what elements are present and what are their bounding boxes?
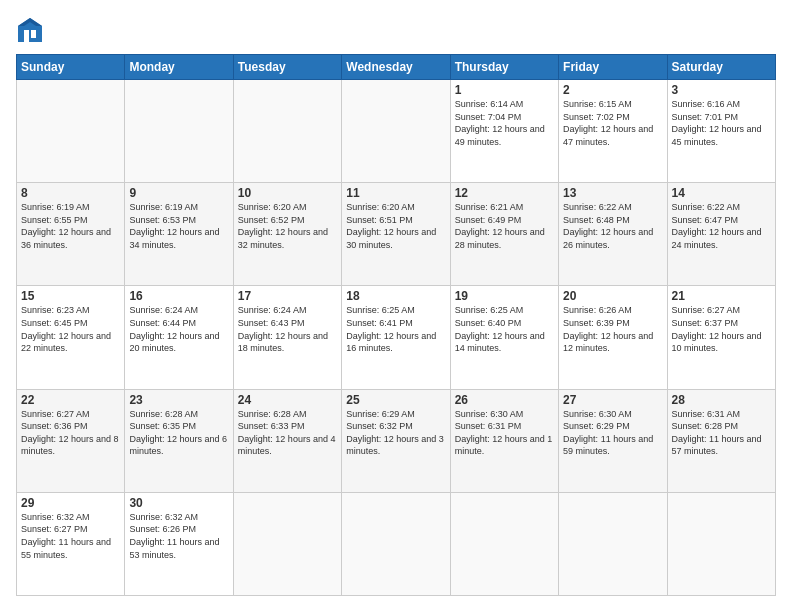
day-info: Sunrise: 6:20 AMSunset: 6:51 PMDaylight:…: [346, 201, 445, 251]
day-number: 22: [21, 393, 120, 407]
calendar-cell: [667, 492, 775, 595]
day-info: Sunrise: 6:19 AMSunset: 6:55 PMDaylight:…: [21, 201, 120, 251]
calendar-cell: 9Sunrise: 6:19 AMSunset: 6:53 PMDaylight…: [125, 183, 233, 286]
calendar-cell: 17Sunrise: 6:24 AMSunset: 6:43 PMDayligh…: [233, 286, 341, 389]
calendar-cell: 2Sunrise: 6:15 AMSunset: 7:02 PMDaylight…: [559, 80, 667, 183]
calendar-cell: 21Sunrise: 6:27 AMSunset: 6:37 PMDayligh…: [667, 286, 775, 389]
calendar-day-header: Monday: [125, 55, 233, 80]
day-number: 27: [563, 393, 662, 407]
calendar-cell: 28Sunrise: 6:31 AMSunset: 6:28 PMDayligh…: [667, 389, 775, 492]
day-info: Sunrise: 6:31 AMSunset: 6:28 PMDaylight:…: [672, 408, 771, 458]
calendar-cell: [17, 80, 125, 183]
day-info: Sunrise: 6:26 AMSunset: 6:39 PMDaylight:…: [563, 304, 662, 354]
day-number: 21: [672, 289, 771, 303]
day-info: Sunrise: 6:30 AMSunset: 6:31 PMDaylight:…: [455, 408, 554, 458]
day-number: 29: [21, 496, 120, 510]
day-number: 30: [129, 496, 228, 510]
day-number: 23: [129, 393, 228, 407]
day-number: 20: [563, 289, 662, 303]
calendar-cell: 3Sunrise: 6:16 AMSunset: 7:01 PMDaylight…: [667, 80, 775, 183]
calendar-cell: 27Sunrise: 6:30 AMSunset: 6:29 PMDayligh…: [559, 389, 667, 492]
day-info: Sunrise: 6:28 AMSunset: 6:35 PMDaylight:…: [129, 408, 228, 458]
page: SundayMondayTuesdayWednesdayThursdayFrid…: [0, 0, 792, 612]
logo-icon: [16, 16, 44, 44]
svg-rect-2: [24, 30, 29, 42]
day-info: Sunrise: 6:28 AMSunset: 6:33 PMDaylight:…: [238, 408, 337, 458]
day-number: 10: [238, 186, 337, 200]
calendar-week-row: 8Sunrise: 6:19 AMSunset: 6:55 PMDaylight…: [17, 183, 776, 286]
day-number: 1: [455, 83, 554, 97]
day-number: 15: [21, 289, 120, 303]
calendar-cell: [342, 80, 450, 183]
day-number: 14: [672, 186, 771, 200]
calendar-cell: [342, 492, 450, 595]
day-info: Sunrise: 6:27 AMSunset: 6:36 PMDaylight:…: [21, 408, 120, 458]
calendar-cell: 8Sunrise: 6:19 AMSunset: 6:55 PMDaylight…: [17, 183, 125, 286]
calendar-cell: [125, 80, 233, 183]
calendar-day-header: Saturday: [667, 55, 775, 80]
calendar-cell: 19Sunrise: 6:25 AMSunset: 6:40 PMDayligh…: [450, 286, 558, 389]
day-info: Sunrise: 6:15 AMSunset: 7:02 PMDaylight:…: [563, 98, 662, 148]
day-number: 8: [21, 186, 120, 200]
day-info: Sunrise: 6:25 AMSunset: 6:40 PMDaylight:…: [455, 304, 554, 354]
calendar-day-header: Sunday: [17, 55, 125, 80]
calendar-week-row: 22Sunrise: 6:27 AMSunset: 6:36 PMDayligh…: [17, 389, 776, 492]
calendar-cell: 24Sunrise: 6:28 AMSunset: 6:33 PMDayligh…: [233, 389, 341, 492]
day-number: 17: [238, 289, 337, 303]
header: [16, 16, 776, 44]
calendar-week-row: 29Sunrise: 6:32 AMSunset: 6:27 PMDayligh…: [17, 492, 776, 595]
calendar-cell: 18Sunrise: 6:25 AMSunset: 6:41 PMDayligh…: [342, 286, 450, 389]
calendar-cell: 25Sunrise: 6:29 AMSunset: 6:32 PMDayligh…: [342, 389, 450, 492]
calendar-cell: 20Sunrise: 6:26 AMSunset: 6:39 PMDayligh…: [559, 286, 667, 389]
day-number: 25: [346, 393, 445, 407]
day-info: Sunrise: 6:22 AMSunset: 6:47 PMDaylight:…: [672, 201, 771, 251]
day-info: Sunrise: 6:25 AMSunset: 6:41 PMDaylight:…: [346, 304, 445, 354]
day-info: Sunrise: 6:30 AMSunset: 6:29 PMDaylight:…: [563, 408, 662, 458]
day-info: Sunrise: 6:32 AMSunset: 6:27 PMDaylight:…: [21, 511, 120, 561]
day-info: Sunrise: 6:14 AMSunset: 7:04 PMDaylight:…: [455, 98, 554, 148]
day-info: Sunrise: 6:24 AMSunset: 6:43 PMDaylight:…: [238, 304, 337, 354]
day-info: Sunrise: 6:24 AMSunset: 6:44 PMDaylight:…: [129, 304, 228, 354]
day-number: 28: [672, 393, 771, 407]
calendar-table: SundayMondayTuesdayWednesdayThursdayFrid…: [16, 54, 776, 596]
calendar-cell: 29Sunrise: 6:32 AMSunset: 6:27 PMDayligh…: [17, 492, 125, 595]
calendar-cell: 30Sunrise: 6:32 AMSunset: 6:26 PMDayligh…: [125, 492, 233, 595]
day-info: Sunrise: 6:27 AMSunset: 6:37 PMDaylight:…: [672, 304, 771, 354]
calendar-cell: 12Sunrise: 6:21 AMSunset: 6:49 PMDayligh…: [450, 183, 558, 286]
day-number: 12: [455, 186, 554, 200]
day-info: Sunrise: 6:22 AMSunset: 6:48 PMDaylight:…: [563, 201, 662, 251]
logo: [16, 16, 48, 44]
calendar-day-header: Wednesday: [342, 55, 450, 80]
day-number: 19: [455, 289, 554, 303]
calendar-week-row: 1Sunrise: 6:14 AMSunset: 7:04 PMDaylight…: [17, 80, 776, 183]
calendar-cell: [559, 492, 667, 595]
day-info: Sunrise: 6:32 AMSunset: 6:26 PMDaylight:…: [129, 511, 228, 561]
calendar-cell: 10Sunrise: 6:20 AMSunset: 6:52 PMDayligh…: [233, 183, 341, 286]
calendar-cell: 1Sunrise: 6:14 AMSunset: 7:04 PMDaylight…: [450, 80, 558, 183]
calendar-cell: 16Sunrise: 6:24 AMSunset: 6:44 PMDayligh…: [125, 286, 233, 389]
calendar-cell: 23Sunrise: 6:28 AMSunset: 6:35 PMDayligh…: [125, 389, 233, 492]
calendar-day-header: Tuesday: [233, 55, 341, 80]
day-info: Sunrise: 6:29 AMSunset: 6:32 PMDaylight:…: [346, 408, 445, 458]
calendar-cell: [450, 492, 558, 595]
day-info: Sunrise: 6:16 AMSunset: 7:01 PMDaylight:…: [672, 98, 771, 148]
calendar-cell: 14Sunrise: 6:22 AMSunset: 6:47 PMDayligh…: [667, 183, 775, 286]
svg-rect-3: [31, 30, 36, 38]
day-number: 18: [346, 289, 445, 303]
day-info: Sunrise: 6:20 AMSunset: 6:52 PMDaylight:…: [238, 201, 337, 251]
day-number: 16: [129, 289, 228, 303]
day-info: Sunrise: 6:21 AMSunset: 6:49 PMDaylight:…: [455, 201, 554, 251]
calendar-cell: 13Sunrise: 6:22 AMSunset: 6:48 PMDayligh…: [559, 183, 667, 286]
day-info: Sunrise: 6:23 AMSunset: 6:45 PMDaylight:…: [21, 304, 120, 354]
day-number: 2: [563, 83, 662, 97]
calendar-day-header: Friday: [559, 55, 667, 80]
calendar-cell: 26Sunrise: 6:30 AMSunset: 6:31 PMDayligh…: [450, 389, 558, 492]
day-number: 11: [346, 186, 445, 200]
day-number: 26: [455, 393, 554, 407]
calendar-cell: [233, 492, 341, 595]
day-number: 3: [672, 83, 771, 97]
calendar-cell: 22Sunrise: 6:27 AMSunset: 6:36 PMDayligh…: [17, 389, 125, 492]
day-number: 13: [563, 186, 662, 200]
calendar-cell: [233, 80, 341, 183]
day-number: 9: [129, 186, 228, 200]
